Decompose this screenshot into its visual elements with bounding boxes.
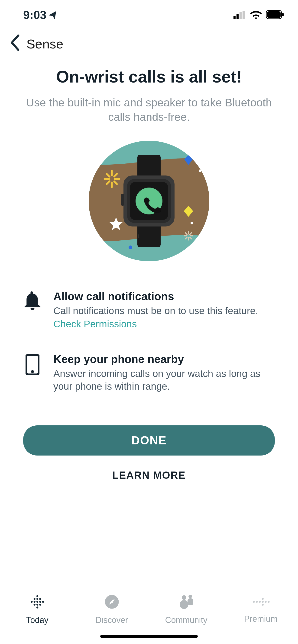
svg-text:+: + bbox=[136, 232, 140, 240]
svg-point-51 bbox=[182, 595, 186, 600]
svg-point-57 bbox=[259, 601, 261, 603]
location-icon bbox=[49, 8, 59, 22]
tab-premium[interactable]: Premium bbox=[223, 584, 298, 644]
bell-icon bbox=[23, 290, 42, 330]
hero-illustration: + bbox=[14, 141, 284, 262]
svg-point-56 bbox=[256, 601, 258, 603]
info-row-notifications: Allow call notifications Call notificati… bbox=[23, 290, 275, 330]
check-permissions-link[interactable]: Check Permissions bbox=[53, 318, 137, 330]
info-desc: Answer incoming calls on your watch as l… bbox=[53, 368, 275, 393]
svg-rect-54 bbox=[187, 598, 193, 605]
info-title: Keep your phone nearby bbox=[53, 353, 275, 366]
svg-point-41 bbox=[36, 598, 38, 600]
done-button[interactable]: DONE bbox=[23, 426, 275, 456]
today-icon bbox=[29, 594, 46, 612]
status-bar: 9:03 bbox=[0, 0, 298, 30]
home-indicator bbox=[100, 635, 198, 638]
svg-point-23 bbox=[199, 170, 201, 172]
svg-rect-13 bbox=[121, 194, 124, 206]
info-title: Allow call notifications bbox=[53, 290, 258, 303]
svg-point-61 bbox=[262, 604, 264, 606]
tab-label: Premium bbox=[244, 614, 277, 624]
svg-point-24 bbox=[191, 222, 193, 224]
community-icon bbox=[177, 594, 196, 612]
svg-point-47 bbox=[34, 604, 35, 606]
premium-icon bbox=[251, 595, 270, 611]
svg-rect-2 bbox=[239, 12, 242, 19]
svg-point-42 bbox=[36, 604, 38, 606]
phone-icon bbox=[23, 353, 42, 393]
svg-point-39 bbox=[31, 601, 33, 603]
svg-point-58 bbox=[262, 601, 264, 603]
svg-rect-1 bbox=[236, 14, 239, 19]
svg-point-45 bbox=[34, 598, 35, 600]
main-content: On-wrist calls is all set! Use the built… bbox=[0, 58, 298, 481]
svg-point-44 bbox=[39, 601, 41, 603]
svg-point-55 bbox=[253, 601, 255, 603]
page-headline: On-wrist calls is all set! bbox=[14, 67, 284, 86]
svg-point-60 bbox=[262, 598, 264, 600]
tab-label: Discover bbox=[95, 615, 128, 625]
svg-point-53 bbox=[188, 594, 192, 598]
svg-point-48 bbox=[39, 604, 41, 606]
nav-bar: Sense bbox=[0, 30, 298, 58]
svg-rect-6 bbox=[282, 13, 283, 16]
svg-point-40 bbox=[42, 601, 44, 603]
nav-title[interactable]: Sense bbox=[27, 36, 63, 52]
svg-point-43 bbox=[34, 601, 35, 603]
svg-rect-52 bbox=[180, 600, 188, 609]
svg-point-46 bbox=[39, 598, 41, 600]
svg-point-49 bbox=[36, 601, 38, 603]
learn-more-button[interactable]: LEARN MORE bbox=[112, 470, 186, 481]
svg-rect-0 bbox=[233, 16, 235, 19]
tab-today[interactable]: Today bbox=[0, 584, 75, 644]
compass-icon bbox=[104, 594, 120, 612]
info-desc: Call notifications must be on to use thi… bbox=[53, 304, 258, 317]
svg-point-38 bbox=[36, 606, 38, 608]
back-button[interactable] bbox=[9, 34, 21, 53]
tab-label: Community bbox=[165, 615, 207, 625]
svg-point-37 bbox=[36, 595, 38, 597]
wifi-icon bbox=[250, 8, 262, 22]
page-subhead: Use the built-in mic and speaker to take… bbox=[14, 96, 284, 124]
status-time: 9:03 bbox=[23, 8, 47, 22]
tab-label: Today bbox=[26, 615, 48, 625]
info-row-phone-nearby: Keep your phone nearby Answer incoming c… bbox=[23, 353, 275, 393]
battery-icon bbox=[266, 8, 284, 22]
svg-point-62 bbox=[267, 601, 269, 603]
svg-point-59 bbox=[264, 601, 266, 603]
svg-rect-3 bbox=[242, 11, 245, 19]
svg-point-25 bbox=[129, 246, 132, 249]
svg-rect-5 bbox=[267, 11, 280, 18]
svg-point-36 bbox=[31, 370, 34, 373]
cellular-icon bbox=[233, 8, 246, 22]
